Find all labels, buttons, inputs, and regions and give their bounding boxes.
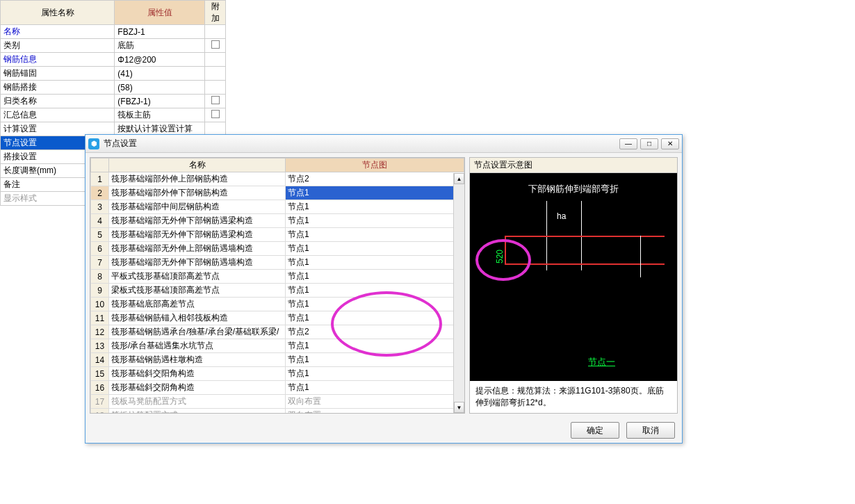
maximize-button[interactable]: □ [640, 138, 658, 149]
node-row[interactable]: 7筏形基础端部无外伸下部钢筋遇墙构造节点1 [91, 256, 464, 270]
row-number: 11 [91, 311, 109, 325]
node-name: 筏形基础底部高差节点 [109, 298, 286, 311]
node-list-pane: 名称 节点图 1筏形基础端部外伸上部钢筋构造节点22筏形基础端部外伸下部钢筋构造… [90, 157, 465, 414]
prop-value[interactable]: (58) [115, 81, 205, 95]
row-number: 18 [91, 409, 109, 414]
node-diagram-cell[interactable]: 节点1 [286, 284, 464, 298]
prop-extra[interactable] [205, 53, 226, 67]
node-row[interactable]: 18筏板拉筋配置方式双向布置 [91, 409, 464, 414]
node-diagram-cell[interactable]: 双向布置 [286, 409, 464, 414]
scroll-up-icon[interactable]: ▲ [454, 173, 464, 184]
node-diagram-cell[interactable]: 节点1 [286, 353, 464, 367]
node-name: 筏形基础斜交阴角构造 [109, 381, 286, 395]
node-name: 筏形基础钢筋遇承台/独基/承台梁/基础联系梁/ [109, 325, 286, 339]
property-row[interactable]: 钢筋信息Φ12@200 [1, 53, 226, 67]
node-diagram-cell[interactable]: 双向布置 [286, 395, 464, 409]
node-row[interactable]: 14筏形基础钢筋遇柱墩构造节点1 [91, 353, 464, 367]
dialog-titlebar[interactable]: ⬢ 节点设置 — □ ✕ [86, 135, 682, 153]
dialog-title: 节点设置 [104, 138, 619, 149]
node-name: 筏形基础端部无外伸下部钢筋遇墙构造 [109, 256, 286, 270]
hint-label: 提示信息： [475, 386, 517, 396]
prop-extra[interactable] [205, 39, 226, 53]
node-diagram-cell[interactable]: 节点1 [286, 228, 464, 242]
app-icon: ⬢ [88, 138, 99, 149]
node-diagram-cell[interactable]: 节点1 [286, 298, 464, 311]
row-number: 6 [91, 242, 109, 256]
node-diagram-cell[interactable]: 节点1 [286, 200, 464, 214]
node-row[interactable]: 9梁板式筏形基础顶部高差节点节点1 [91, 284, 464, 298]
row-number: 7 [91, 256, 109, 270]
node-diagram-cell[interactable]: 节点1 [286, 367, 464, 381]
minimize-button[interactable]: — [619, 138, 637, 149]
scrollbar[interactable]: ▲ ▼ [453, 173, 464, 413]
preview-canvas: 下部钢筋伸到端部弯折 ha 520 节点一 [470, 173, 677, 381]
node-name: 筏形基础端部中间层钢筋构造 [109, 200, 286, 214]
ok-button[interactable]: 确定 [571, 422, 619, 439]
node-row[interactable]: 1筏形基础端部外伸上部钢筋构造节点2 [91, 172, 464, 186]
col-header-name: 属性名称 [1, 1, 115, 25]
row-number: 14 [91, 353, 109, 367]
node-diagram-cell[interactable]: 节点2 [286, 172, 464, 186]
prop-extra[interactable] [205, 67, 226, 81]
node-table: 名称 节点图 1筏形基础端部外伸上部钢筋构造节点22筏形基础端部外伸下部钢筋构造… [90, 158, 464, 414]
prop-extra[interactable] [205, 108, 226, 122]
cancel-button[interactable]: 取消 [626, 422, 675, 439]
prop-value[interactable]: (41) [115, 67, 205, 81]
preview-dim-label: 520 [495, 250, 505, 263]
scroll-down-icon[interactable]: ▼ [454, 402, 464, 413]
node-diagram-cell[interactable]: 节点1 [286, 339, 464, 353]
node-diagram-cell[interactable]: 节点1 [286, 311, 464, 325]
property-row[interactable]: 钢筋锚固(41) [1, 67, 226, 81]
node-name: 筏形基础端部无外伸下部钢筋遇梁构造 [109, 228, 286, 242]
node-diagram-cell[interactable]: 节点1 [286, 256, 464, 270]
prop-value[interactable]: (FBZJ-1) [115, 95, 205, 108]
node-row[interactable]: 11筏形基础钢筋锚入相邻筏板构造节点1 [91, 311, 464, 325]
prop-extra[interactable] [205, 81, 226, 95]
node-row[interactable]: 4筏形基础端部无外伸下部钢筋遇梁构造节点1 [91, 214, 464, 228]
row-number: 2 [91, 186, 109, 200]
col-header-extra: 附加 [205, 1, 226, 25]
prop-value[interactable]: Φ12@200 [115, 53, 205, 67]
property-row[interactable]: 名称FBZJ-1 [1, 25, 226, 39]
node-row[interactable]: 15筏形基础斜交阳角构造节点1 [91, 367, 464, 381]
node-row[interactable]: 17筏板马凳筋配置方式双向布置 [91, 395, 464, 409]
node-row[interactable]: 10筏形基础底部高差节点节点1 [91, 298, 464, 311]
property-row[interactable]: 钢筋搭接(58) [1, 81, 226, 95]
node-diagram-cell[interactable]: 节点2 [286, 325, 464, 339]
property-row[interactable]: 汇总信息筏板主筋 [1, 108, 226, 122]
prop-value[interactable]: 底筋 [115, 39, 205, 53]
prop-value[interactable]: 筏板主筋 [115, 108, 205, 122]
node-row[interactable]: 12筏形基础钢筋遇承台/独基/承台梁/基础联系梁/节点2 [91, 325, 464, 339]
checkbox-icon[interactable] [211, 96, 220, 104]
property-row[interactable]: 归类名称(FBZJ-1) [1, 95, 226, 108]
node-row[interactable]: 5筏形基础端部无外伸下部钢筋遇梁构造节点1 [91, 228, 464, 242]
close-button[interactable]: ✕ [661, 138, 679, 149]
node-row[interactable]: 8平板式筏形基础顶部高差节点节点1 [91, 270, 464, 284]
property-row[interactable]: 类别底筋 [1, 39, 226, 53]
node-row[interactable]: 3筏形基础端部中间层钢筋构造节点1 [91, 200, 464, 214]
row-number: 4 [91, 214, 109, 228]
preview-node-link[interactable]: 节点一 [588, 356, 615, 368]
node-name: 筏形基础端部外伸下部钢筋构造 [109, 186, 286, 200]
prop-name: 名称 [1, 25, 115, 39]
node-diagram-cell[interactable]: 节点1 [286, 186, 464, 200]
checkbox-icon[interactable] [211, 40, 220, 49]
node-diagram-cell[interactable]: 节点1 [286, 242, 464, 256]
prop-name: 汇总信息 [1, 108, 115, 122]
node-row[interactable]: 16筏形基础斜交阴角构造节点1 [91, 381, 464, 395]
col-header-num [91, 158, 109, 172]
node-row[interactable]: 2筏形基础端部外伸下部钢筋构造节点1 [91, 186, 464, 200]
prop-name: 钢筋信息 [1, 53, 115, 67]
node-name: 筏形/承台基础遇集水坑节点 [109, 339, 286, 353]
prop-extra[interactable] [205, 25, 226, 39]
prop-extra[interactable] [205, 95, 226, 108]
node-diagram-cell[interactable]: 节点1 [286, 270, 464, 284]
node-diagram-cell[interactable]: 节点1 [286, 381, 464, 395]
checkbox-icon[interactable] [211, 110, 220, 118]
node-diagram-cell[interactable]: 节点1 [286, 214, 464, 228]
node-row[interactable]: 13筏形/承台基础遇集水坑节点节点1 [91, 339, 464, 353]
prop-value[interactable]: FBZJ-1 [115, 25, 205, 39]
row-number: 3 [91, 200, 109, 214]
node-row[interactable]: 6筏形基础端部无外伸上部钢筋遇墙构造节点1 [91, 242, 464, 256]
preview-title: 节点设置示意图 [470, 158, 677, 173]
